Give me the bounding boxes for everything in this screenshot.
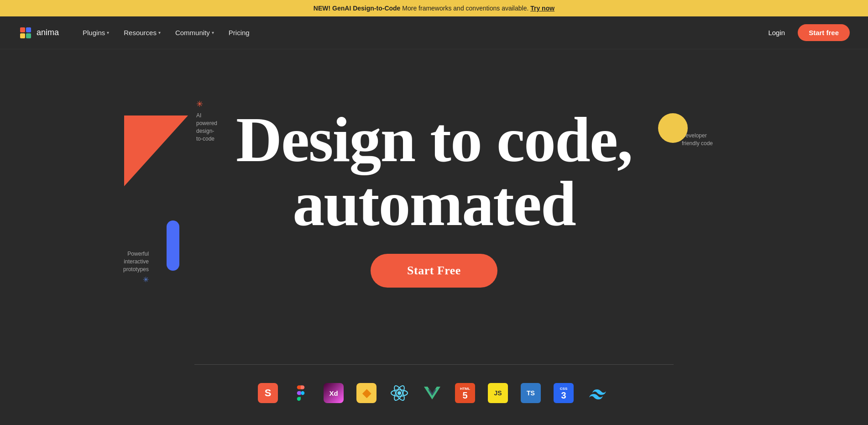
hero-start-free-button[interactable]: Start Free <box>371 254 497 288</box>
announcement-text: More frameworks and conventions availabl… <box>402 5 530 12</box>
logo-text: anima <box>37 28 59 37</box>
logo-css3[interactable]: CSS 3 <box>554 383 574 403</box>
announcement-prefix: NEW! GenAI Design-to-Code <box>314 5 401 12</box>
tech-logos-row: S Xd ◆ HTML 5 <box>0 378 868 421</box>
logo-adobe-xd[interactable]: Xd <box>324 383 344 403</box>
ai-label: ✳ AI powered design- to-code <box>196 99 217 142</box>
nav-community[interactable]: Community ▾ <box>170 25 220 40</box>
logo[interactable]: anima <box>18 26 59 40</box>
nav-pricing[interactable]: Pricing <box>223 25 255 40</box>
svg-point-5 <box>397 391 401 395</box>
svg-rect-2 <box>26 27 31 32</box>
yellow-circle-shape <box>658 113 688 143</box>
announcement-link[interactable]: Try now <box>530 5 554 12</box>
prototypes-label: Powerful interactive prototypes ✳ <box>123 250 149 285</box>
logo-typescript[interactable]: TS <box>521 383 541 403</box>
login-button[interactable]: Login <box>763 25 790 40</box>
hero-divider <box>194 364 674 365</box>
resources-chevron: ▾ <box>158 30 161 35</box>
logo-html5[interactable]: HTML 5 <box>455 383 475 403</box>
nav-resources[interactable]: Resources ▾ <box>118 25 166 40</box>
community-chevron: ▾ <box>212 30 214 35</box>
prototypes-line3: prototypes <box>123 266 149 273</box>
svg-rect-3 <box>20 33 25 38</box>
logo-figma[interactable] <box>291 383 311 403</box>
hero-cta: Start Free <box>371 254 497 288</box>
developer-line2: friendly code <box>682 140 713 147</box>
figma-icon <box>294 383 307 403</box>
navbar: anima Plugins ▾ Resources ▾ Community ▾ … <box>0 16 868 49</box>
ai-asterisk: ✳ <box>196 99 217 110</box>
prototypes-asterisk: ✳ <box>123 275 149 285</box>
nav-start-free-button[interactable]: Start free <box>798 24 850 41</box>
red-triangle-shape <box>124 115 188 186</box>
tailwind-icon <box>586 386 610 400</box>
hero-heading: Design to code, automated <box>236 108 632 236</box>
react-icon <box>389 383 409 403</box>
hero-section: ✳ AI powered design- to-code ✳ Developer… <box>0 49 868 346</box>
logo-vue[interactable] <box>422 383 442 403</box>
logo-react[interactable] <box>389 383 409 403</box>
ai-line2: powered <box>196 120 217 127</box>
logo-tailwind[interactable] <box>586 383 610 403</box>
announcement-bar: NEW! GenAI Design-to-Code More framework… <box>0 0 868 16</box>
prototypes-line1: Powerful <box>123 250 149 258</box>
html5-number: 5 <box>462 391 467 400</box>
logo-sketch-diamond[interactable]: ◆ <box>356 383 376 403</box>
blue-pill-shape <box>167 220 179 271</box>
css3-number: 3 <box>561 391 566 400</box>
nav-plugins[interactable]: Plugins ▾ <box>77 25 115 40</box>
logo-javascript[interactable]: JS <box>488 383 508 403</box>
ai-line1: AI <box>196 112 217 120</box>
nav-links: Plugins ▾ Resources ▾ Community ▾ Pricin… <box>77 25 763 40</box>
anima-logo-icon <box>18 26 33 40</box>
ai-line4: to-code <box>196 135 217 143</box>
logo-sketch[interactable]: S <box>258 383 278 403</box>
ai-line3: design- <box>196 127 217 135</box>
prototypes-line2: interactive <box>123 258 149 266</box>
hero-heading-line2: automated <box>293 168 575 239</box>
svg-rect-4 <box>26 33 31 38</box>
nav-right: Login Start free <box>763 24 850 41</box>
hero-heading-line1: Design to code, <box>236 104 632 175</box>
plugins-chevron: ▾ <box>107 30 109 35</box>
svg-rect-1 <box>20 27 25 32</box>
vue-icon <box>422 383 442 403</box>
